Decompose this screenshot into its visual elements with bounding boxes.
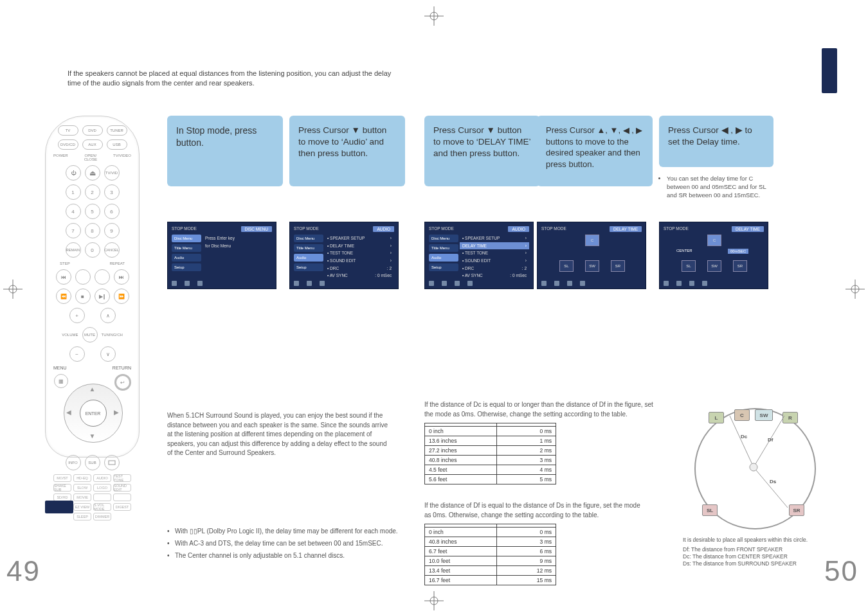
vol-up-icon: + (69, 308, 85, 323)
mini-btn: MOVIE (73, 493, 91, 501)
table-cell: 3 ms (497, 456, 556, 465)
table-cell: 40.8 inches (425, 456, 497, 465)
cursor-up-icon: ▲ (89, 386, 96, 393)
bullet-item: The Center channel is only adjustable on… (167, 550, 411, 561)
table-cell: 15 ms (497, 576, 556, 585)
cursor-left-icon: ◀ (66, 409, 71, 416)
osd-row: • SOUND EDIT (462, 257, 491, 265)
table-cell: 10.0 feet (425, 556, 497, 566)
speaker-sw: SW (585, 260, 599, 272)
step5-osd: STOP MODEDELAY TIME C CENTER 00mSEC SL S… (659, 222, 768, 289)
remote-dvdcd-btn: DVD/CD (58, 139, 78, 150)
enter-btn: ENTER (80, 400, 107, 427)
osd-row-val: : 2 (387, 265, 392, 272)
step-label: STEP (60, 262, 70, 265)
step3-osd: STOP MODEAUDIO Disc Menu Title Menu Audi… (424, 222, 534, 289)
diagram-Ds: Ds (770, 479, 776, 484)
speaker-placement-diagram: L C SW R SL SR Dc Df Ds It is desirable … (683, 408, 824, 569)
osd-row: • AV SYNC (462, 272, 483, 280)
center-table-block: If the distance of Dc is equal to or lon… (424, 400, 662, 484)
table-cell: 13.4 feet (425, 566, 497, 576)
remote-usb-btn: USB (107, 139, 127, 150)
mini-btn: SOUND EDIT (113, 484, 131, 492)
num-1: 1 (66, 184, 81, 200)
mini-btn (113, 493, 131, 501)
mini-btn: AUDIO (93, 474, 111, 482)
page-number-right: 50 (824, 555, 858, 587)
center-intro: If the distance of Dc is equal to or lon… (424, 400, 656, 419)
osd-tab: Disc Menu (429, 235, 458, 242)
osd-mode: STOP MODE (294, 226, 319, 232)
crop-mark-icon (845, 280, 865, 299)
speaker-sw: SW (707, 260, 721, 272)
osd-tab: Audio (172, 254, 201, 262)
table-cell: 5 ms (497, 475, 556, 484)
rew-icon: ⏪ (56, 289, 71, 304)
osd-tab: Audio (429, 254, 458, 262)
mute-btn: MUTE (82, 327, 98, 342)
page-number-left: 49 (6, 555, 41, 587)
remote-open-label: OPEN/ CLOSE (84, 154, 97, 161)
num-7: 7 (66, 223, 81, 238)
mini-btn: LOGO (93, 484, 111, 492)
osd-tab: Setup (294, 263, 323, 271)
repeat-icon (95, 269, 110, 285)
table-cell: 0 inch (425, 528, 497, 537)
table-cell: 12 ms (497, 566, 556, 576)
step4-text: Press Cursor ▲, ▼, ◀ , ▶ buttons to move… (546, 125, 642, 169)
rear-table-block: If the distance of Df is equal to the di… (424, 501, 662, 585)
table-cell: 0 ms (497, 528, 556, 537)
num-8: 8 (85, 223, 100, 238)
mini-btn: DIMMER (93, 513, 111, 520)
center-delay-table: 0 inch0 ms 13.6 inches1 ms 27.2 inches2 … (424, 423, 556, 484)
osd-title: AUDIO (373, 226, 394, 232)
remote-power-label: POWER (53, 154, 68, 161)
return-icon: ↩ (114, 374, 131, 391)
step2-box: Press Cursor ▼ button to move to ‘Audio’… (289, 116, 405, 186)
table-cell: 40.8 inches (425, 537, 497, 547)
osd-tab: Setup (429, 263, 458, 271)
osd-tab: Title Menu (172, 244, 201, 252)
cursor-down-icon: ▼ (89, 432, 96, 440)
mini-btn: MO/ST (53, 474, 71, 482)
info-btn: INFO (66, 455, 81, 470)
speaker-sr: SR (733, 260, 747, 272)
diagram-caption: It is desirable to place all speakers wi… (683, 537, 831, 544)
diagram-lines-icon (694, 408, 813, 527)
menu-icon: ▦ (54, 374, 68, 388)
return-label: RETURN (113, 366, 131, 370)
osd-mode: STOP MODE (541, 226, 566, 232)
svg-point-16 (750, 463, 757, 471)
table-cell: 2 ms (497, 446, 556, 456)
osd-body-line: for Disc Menu (205, 242, 272, 250)
num-4: 4 (66, 204, 81, 219)
tune-label: TUNING/CH (102, 333, 123, 337)
step3-text: Press Cursor ▼ button to move to ‘DELAY … (433, 125, 530, 158)
bullet-item: With AC-3 and DTS, the delay time can be… (167, 538, 411, 549)
table-cell: 3 ms (497, 537, 556, 547)
remote-dvd-btn: DVD (82, 125, 103, 136)
num-9: 9 (104, 223, 120, 238)
osd-row-val: : 0 mSec (375, 272, 392, 280)
diagram-Df: Df (768, 437, 773, 443)
dpad: ▦ ↩ ENTER ▲ ▼ ◀ ▶ (54, 374, 131, 451)
diagram-legend: Ds: The distance from SURROUND SPEAKER (683, 560, 831, 567)
mini-btn: S.VOL MODE (93, 503, 111, 511)
dsp-icon (104, 455, 120, 470)
crop-mark-icon (424, 6, 444, 26)
step5-text: Press Cursor ◀ , ▶ to set the Delay time… (668, 125, 752, 147)
step2-osd: STOP MODEAUDIO Disc Menu Title Menu Audi… (289, 222, 399, 289)
step1-box: In Stop mode, press button. (167, 116, 283, 186)
vol-label: VOLUME (62, 333, 78, 337)
crop-mark-icon (3, 280, 23, 299)
osd-tab: Audio (294, 254, 323, 262)
mini-btn: DIGEST (113, 503, 131, 511)
vol-down-icon: − (69, 346, 85, 362)
osd-tab: Setup (172, 263, 201, 271)
remote-tuner-btn: TUNER (107, 125, 127, 136)
diagram-legend: Dc: The distance from CENTER SPEAKER (683, 553, 831, 560)
num-0: 0 (85, 242, 100, 258)
speaker-sr: SR (611, 260, 625, 272)
speaker-c-selected: C (585, 235, 599, 246)
playpause-icon: ▶‖ (95, 289, 110, 304)
